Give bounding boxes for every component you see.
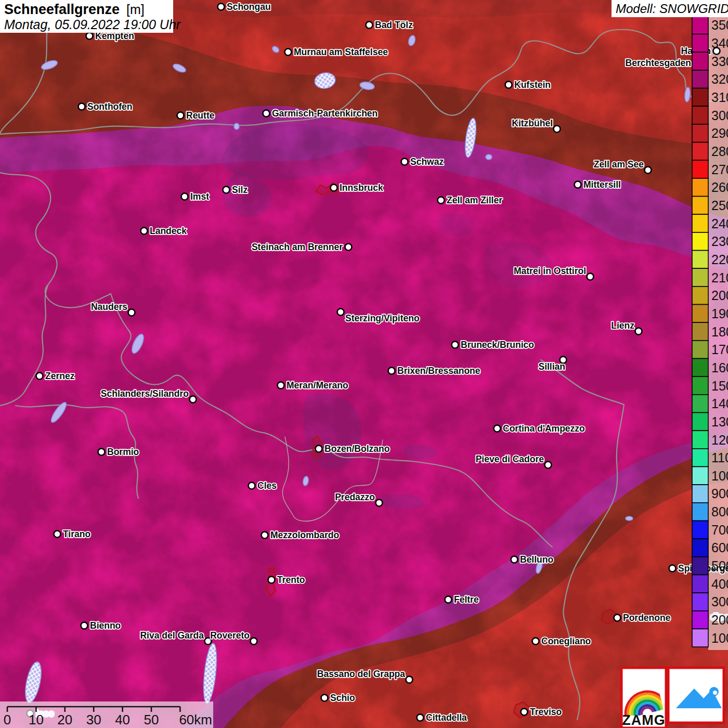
colorbar-box: [692, 287, 708, 305]
map-datetime: Montag, 05.09.2022 19:00 Uhr: [4, 17, 181, 32]
colorbar-box: [692, 376, 708, 395]
city: Schio: [321, 693, 355, 703]
city-label: Garmisch-Partenkirchen: [272, 108, 378, 119]
city-marker: [331, 185, 337, 191]
colorbar-label: 2200: [711, 252, 728, 267]
scalebar-label: 50: [144, 712, 159, 727]
city-label: Cles: [257, 480, 277, 491]
colorbar-label: 900: [711, 486, 728, 501]
city-marker: [86, 33, 93, 40]
city: Conegliano: [532, 636, 591, 646]
city-marker: [669, 565, 676, 572]
city-marker: [438, 197, 445, 204]
colorbar-box: [692, 395, 708, 413]
city-marker: [263, 110, 270, 117]
colorbar-box: [692, 431, 708, 449]
city-label: Bruneck/Brunico: [461, 340, 534, 350]
city: Bruneck/Brunico: [452, 340, 535, 350]
city: Murnau am Staffelsee: [285, 47, 388, 57]
city: Silz: [223, 185, 248, 195]
city-marker: [532, 638, 539, 645]
city-marker: [54, 531, 61, 538]
lake: [234, 123, 239, 129]
city-label: Trento: [277, 575, 305, 585]
city-label: Riva del Garda: [140, 630, 204, 641]
colorbar-box: [692, 305, 708, 323]
city-label: Kitzbühel: [512, 118, 553, 128]
colorbar-label: 2100: [711, 270, 728, 285]
city-label: Bienno: [90, 620, 121, 631]
city-label: Nauders: [91, 302, 127, 312]
city-marker: [511, 556, 518, 563]
colorbar-box: [692, 106, 708, 124]
city-label: Reutte: [186, 110, 215, 121]
city-label: Bassano del Grappa: [317, 669, 405, 679]
city: Berchtesgaden: [626, 58, 700, 68]
city-marker: [575, 181, 581, 188]
colorbar-label: 2000: [711, 288, 728, 303]
colorbar-box: [692, 232, 708, 251]
city-label: Lienz: [611, 320, 634, 331]
colorbar-box: [692, 142, 708, 161]
colorbar-box: [692, 413, 708, 431]
city-label: Schwaz: [410, 157, 444, 167]
city-marker: [635, 328, 642, 335]
city-label: Steinach am Brenner: [252, 242, 343, 252]
city-marker: [337, 309, 344, 316]
city-marker: [417, 714, 424, 721]
colorbar-label: 600: [711, 540, 728, 555]
city-label: Imst: [190, 191, 209, 202]
colorbar-box: [692, 268, 708, 287]
city-marker: [181, 193, 188, 200]
city-marker: [614, 615, 621, 621]
scalebar-label: 10: [29, 712, 44, 727]
city-label: Pordenone: [623, 613, 671, 623]
city-label: Tirano: [63, 529, 90, 539]
city-marker: [401, 159, 408, 165]
city-label: Meran/Merano: [287, 380, 348, 391]
city: Meran/Merano: [278, 380, 348, 391]
city-marker: [223, 187, 230, 193]
title-box: Schneefallgrenze [m] Montag, 05.09.2022 …: [0, 0, 181, 33]
colorbar-label: 1900: [711, 306, 728, 321]
city-label: Murnau am Staffelsee: [294, 47, 388, 57]
city-label: Zell am Ziller: [447, 195, 502, 205]
city-label: Bozen/Bolzano: [324, 444, 389, 454]
colorbar-label: 300: [711, 594, 728, 609]
colorbar-box: [692, 178, 708, 197]
colorbar-box: [692, 251, 708, 269]
scalebar-label: 30: [86, 712, 101, 727]
colorbar-box: [692, 575, 708, 593]
colorbar-box: [692, 521, 708, 539]
city-marker: [262, 532, 268, 539]
city-label: Treviso: [530, 707, 562, 717]
colorbar-box: [692, 359, 708, 377]
city-marker: [321, 695, 328, 701]
weather-map-page: SchongauBad TölzKemptenMurnau am Staffel…: [0, 0, 728, 728]
colorbar-label: 100: [711, 631, 728, 645]
colorbar-box: [692, 557, 708, 575]
city-label: Schlanders/Silandro: [101, 388, 189, 399]
zamg-logo-text: ZAMG: [622, 712, 665, 728]
colorbar-label: 1200: [711, 433, 728, 447]
city-label: Sonthofen: [87, 101, 133, 112]
city-marker: [190, 396, 197, 403]
colorbar-box: [692, 70, 708, 88]
city-marker: [545, 462, 552, 469]
colorbar-box: [692, 88, 708, 107]
city-marker: [494, 425, 501, 432]
city: Mezzolombardo: [262, 530, 340, 540]
scalebar-label: 0: [4, 712, 11, 727]
colorbar-label: 2700: [711, 162, 728, 177]
snowfall-map: SchongauBad TölzKemptenMurnau am Staffel…: [0, 0, 728, 728]
city-marker: [445, 596, 452, 603]
city-marker: [505, 82, 512, 88]
city-label: Predazzo: [335, 492, 375, 502]
city-label: Brixen/Bressanone: [397, 366, 480, 376]
city: Feltre: [445, 594, 479, 605]
city-label: Landeck: [150, 226, 187, 236]
colorbar-box: [692, 160, 708, 178]
colorbar-label: 3300: [711, 54, 728, 69]
colorbar-label: 1100: [711, 450, 728, 465]
city-label: Matrei in Osttirol: [514, 266, 586, 276]
